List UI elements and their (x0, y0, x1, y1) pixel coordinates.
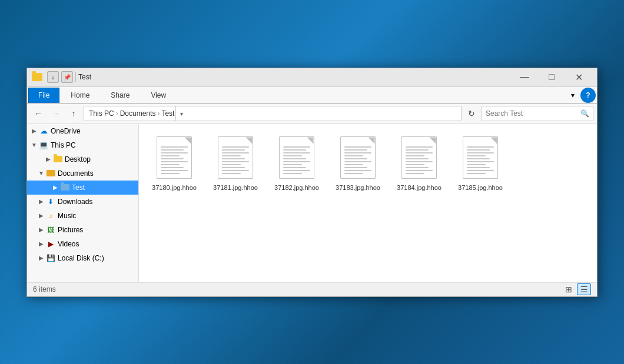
expand-arrow-downloads[interactable]: ▶ (36, 197, 46, 206)
expand-arrow-music[interactable]: ▶ (36, 211, 46, 221)
sidebar-item-pictures[interactable]: ▶ 🖼 Pictures (27, 223, 138, 237)
file-corner (184, 137, 191, 144)
test-icon (60, 183, 69, 192)
file-item[interactable]: 37182.jpg.hhoo (267, 130, 326, 196)
search-icon[interactable]: 🔍 (580, 109, 589, 118)
file-line (161, 173, 180, 174)
file-line (222, 155, 241, 156)
sidebar-item-desktop[interactable]: ▶ Desktop (27, 152, 138, 166)
file-line (344, 155, 363, 156)
sidebar-item-local-disk[interactable]: ▶ 💾 Local Disk (C:) (27, 251, 138, 265)
up-button[interactable]: ↑ (66, 106, 81, 121)
file-line (222, 164, 241, 165)
sidebar-item-downloads[interactable]: ▶ ⬇ Downloads (27, 195, 138, 209)
expand-arrow-local-disk[interactable]: ▶ (36, 253, 46, 263)
file-line (283, 158, 306, 159)
grid-view-button[interactable]: ⊞ (562, 283, 576, 295)
minimize-button[interactable]: — (511, 68, 538, 86)
address-bar: ← → ↑ This PC › Documents › Test ▾ ↻ 🔍 (27, 104, 597, 124)
expand-arrow-videos[interactable]: ▶ (36, 239, 46, 249)
sidebar-item-onedrive[interactable]: ▶ ☁ OneDrive (27, 124, 138, 138)
file-line (467, 146, 494, 148)
path-sep-2: › (157, 109, 160, 118)
address-path[interactable]: This PC › Documents › Test ▾ (84, 106, 462, 121)
sidebar-item-test[interactable]: ▶ Test (27, 181, 138, 195)
file-line (406, 167, 429, 168)
file-item[interactable]: 37180.jpg.hhoo (145, 130, 204, 196)
file-item[interactable]: 37183.jpg.hhoo (328, 130, 387, 196)
forward-button[interactable]: → (48, 106, 64, 121)
file-line (344, 146, 371, 148)
file-item[interactable]: 37181.jpg.hhoo (206, 130, 265, 196)
view-controls: ⊞ ☰ (562, 283, 591, 295)
path-this-pc[interactable]: This PC (88, 109, 115, 118)
file-line (467, 164, 486, 165)
onedrive-icon: ☁ (39, 126, 48, 136)
file-lines (218, 145, 253, 177)
file-line (344, 149, 367, 151)
tab-file[interactable]: File (28, 88, 59, 103)
sidebar-label-test: Test (72, 183, 85, 192)
back-button[interactable]: ← (31, 106, 46, 121)
window-title: Test (78, 73, 511, 81)
expand-arrow-test[interactable]: ▶ (51, 183, 60, 192)
tab-home[interactable]: Home (61, 88, 99, 103)
file-line (344, 152, 371, 153)
tab-share[interactable]: Share (101, 88, 140, 103)
file-line (283, 170, 310, 171)
file-line (161, 152, 188, 153)
sidebar-label-desktop: Desktop (65, 155, 91, 163)
search-input[interactable] (486, 109, 580, 118)
expand-arrow-this-pc[interactable]: ▼ (29, 141, 39, 150)
ribbon-chevron[interactable]: ▾ (565, 88, 580, 103)
title-bar-extra: ↓ 📌 (47, 71, 73, 83)
file-line (161, 158, 184, 159)
file-line (283, 167, 306, 168)
refresh-button[interactable]: ↻ (464, 106, 479, 121)
file-item[interactable]: 37185.jpg.hhoo (451, 130, 510, 196)
file-line (222, 158, 245, 159)
path-test[interactable]: Test (160, 109, 175, 118)
sidebar-item-videos[interactable]: ▶ ▶ Videos (27, 237, 138, 251)
expand-arrow-onedrive[interactable]: ▶ (29, 126, 39, 136)
this-pc-icon: 💻 (39, 141, 48, 150)
search-box[interactable]: 🔍 (482, 106, 593, 121)
sidebar-item-this-pc[interactable]: ▼ 💻 This PC (27, 138, 138, 152)
file-name: 37185.jpg.hhoo (458, 183, 503, 192)
expand-arrow-pictures[interactable]: ▶ (36, 225, 46, 235)
pin-btn[interactable]: 📌 (61, 71, 73, 83)
help-button[interactable]: ? (580, 88, 596, 103)
close-button[interactable]: ✕ (565, 68, 592, 86)
file-icon-bg (401, 136, 437, 179)
file-lines (157, 145, 191, 177)
file-icon-bg (157, 136, 192, 179)
maximize-button[interactable]: □ (538, 68, 565, 86)
path-dropdown-arrow[interactable]: ▾ (175, 106, 187, 121)
file-name: 37182.jpg.hhoo (274, 183, 319, 192)
quick-access-btn[interactable]: ↓ (47, 71, 59, 83)
file-line (467, 158, 490, 159)
sidebar: ▶ ☁ OneDrive ▼ 💻 This PC ▶ Desktop ▼ Doc… (27, 124, 139, 282)
sidebar-item-music[interactable]: ▶ ♪ Music (27, 209, 138, 223)
expand-arrow-documents[interactable]: ▼ (36, 169, 46, 178)
file-lines (341, 145, 375, 177)
file-line (344, 161, 371, 162)
file-line (283, 164, 302, 165)
file-line (161, 155, 180, 156)
file-line (406, 161, 433, 162)
file-name: 37180.jpg.hhoo (152, 183, 197, 192)
list-view-button[interactable]: ☰ (577, 283, 591, 295)
expand-arrow-desktop[interactable]: ▶ (44, 155, 53, 164)
tab-view[interactable]: View (141, 88, 176, 103)
file-corner (245, 137, 253, 144)
file-item[interactable]: 37184.jpg.hhoo (390, 130, 449, 196)
file-icon (460, 134, 501, 181)
file-line (161, 146, 188, 148)
path-documents[interactable]: Documents (119, 109, 157, 118)
file-name: 37184.jpg.hhoo (397, 183, 442, 192)
sidebar-item-documents[interactable]: ▼ Documents (27, 166, 138, 181)
desktop-icon (53, 155, 62, 164)
file-line (161, 164, 180, 165)
file-line (161, 149, 184, 151)
file-line (344, 164, 363, 165)
